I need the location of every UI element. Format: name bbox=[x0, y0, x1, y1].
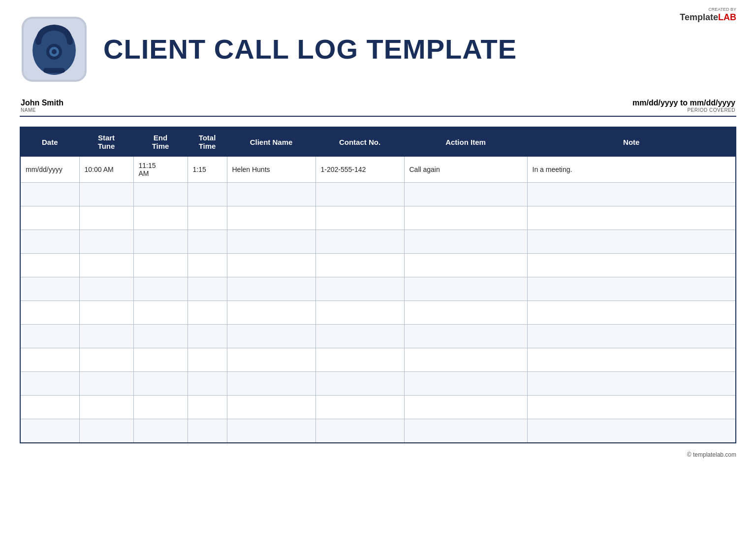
cell-contact-no bbox=[315, 277, 404, 301]
cell-total-time bbox=[188, 396, 227, 419]
phone-icon-wrap bbox=[20, 15, 89, 84]
cell-note bbox=[527, 372, 736, 396]
brand-template-text: Template bbox=[680, 12, 718, 22]
svg-rect-6 bbox=[43, 68, 65, 73]
call-log-table: Date StartTune EndTime TotalTime Client … bbox=[20, 127, 736, 443]
cell-end-time bbox=[133, 277, 188, 301]
info-row: John Smith NAME mm/dd/yyyy to mm/dd/yyyy… bbox=[20, 99, 736, 117]
cell-total-time bbox=[188, 230, 227, 254]
cell-end-time bbox=[133, 206, 188, 230]
cell-note bbox=[527, 183, 736, 206]
cell-start-tune bbox=[79, 348, 133, 372]
table-row: mm/dd/yyyy10:00 AM11:15 AM1:15Helen Hunt… bbox=[20, 157, 736, 183]
cell-end-time bbox=[133, 348, 188, 372]
cell-contact-no bbox=[315, 372, 404, 396]
cell-total-time bbox=[188, 254, 227, 277]
cell-start-tune bbox=[79, 206, 133, 230]
cell-end-time bbox=[133, 396, 188, 419]
col-client-name: Client Name bbox=[227, 127, 315, 157]
brand-area: CREATED BY TemplateLAB bbox=[680, 7, 736, 23]
cell-date bbox=[20, 230, 79, 254]
table-row bbox=[20, 396, 736, 419]
cell-total-time bbox=[188, 419, 227, 443]
table-row bbox=[20, 419, 736, 443]
cell-date bbox=[20, 396, 79, 419]
cell-total-time bbox=[188, 372, 227, 396]
cell-date bbox=[20, 419, 79, 443]
cell-contact-no bbox=[315, 206, 404, 230]
cell-start-tune bbox=[79, 254, 133, 277]
cell-end-time bbox=[133, 325, 188, 348]
brand-name: TemplateLAB bbox=[680, 12, 736, 22]
cell-total-time: 1:15 bbox=[188, 157, 227, 183]
cell-contact-no bbox=[315, 325, 404, 348]
cell-date bbox=[20, 254, 79, 277]
header-section: CLIENT CALL LOG TEMPLATE bbox=[20, 15, 736, 84]
cell-client-name bbox=[227, 230, 315, 254]
cell-note bbox=[527, 206, 736, 230]
col-contact-no: Contact No. bbox=[315, 127, 404, 157]
col-date: Date bbox=[20, 127, 79, 157]
cell-end-time: 11:15 AM bbox=[133, 157, 188, 183]
col-total-time: TotalTime bbox=[188, 127, 227, 157]
cell-contact-no: 1-202-555-142 bbox=[315, 157, 404, 183]
cell-total-time bbox=[188, 206, 227, 230]
cell-start-tune bbox=[79, 230, 133, 254]
cell-note bbox=[527, 325, 736, 348]
cell-date bbox=[20, 301, 79, 325]
cell-client-name bbox=[227, 372, 315, 396]
cell-total-time bbox=[188, 277, 227, 301]
cell-note bbox=[527, 301, 736, 325]
cell-total-time bbox=[188, 301, 227, 325]
cell-client-name bbox=[227, 301, 315, 325]
name-field: John Smith NAME bbox=[21, 99, 63, 113]
cell-note: In a meeting. bbox=[527, 157, 736, 183]
table-row bbox=[20, 301, 736, 325]
cell-start-tune bbox=[79, 277, 133, 301]
cell-start-tune bbox=[79, 396, 133, 419]
table-body: mm/dd/yyyy10:00 AM11:15 AM1:15Helen Hunt… bbox=[20, 157, 736, 443]
cell-action-item bbox=[404, 325, 527, 348]
cell-client-name bbox=[227, 348, 315, 372]
page-title: CLIENT CALL LOG TEMPLATE bbox=[103, 35, 736, 63]
cell-action-item bbox=[404, 372, 527, 396]
cell-action-item bbox=[404, 254, 527, 277]
cell-total-time bbox=[188, 183, 227, 206]
copyright-text: © templatelab.com bbox=[687, 451, 736, 458]
cell-client-name bbox=[227, 277, 315, 301]
cell-contact-no bbox=[315, 419, 404, 443]
header-row: Date StartTune EndTime TotalTime Client … bbox=[20, 127, 736, 157]
cell-end-time bbox=[133, 419, 188, 443]
cell-client-name bbox=[227, 183, 315, 206]
brand-created-label: CREATED BY bbox=[680, 7, 736, 12]
col-end-time: EndTime bbox=[133, 127, 188, 157]
cell-contact-no bbox=[315, 183, 404, 206]
cell-action-item bbox=[404, 301, 527, 325]
col-note: Note bbox=[527, 127, 736, 157]
svg-point-5 bbox=[52, 49, 57, 54]
cell-date bbox=[20, 206, 79, 230]
cell-contact-no bbox=[315, 348, 404, 372]
cell-total-time bbox=[188, 325, 227, 348]
footer: © templatelab.com bbox=[20, 451, 736, 458]
col-start-tune: StartTune bbox=[79, 127, 133, 157]
table-row bbox=[20, 372, 736, 396]
col-action-item: Action Item bbox=[404, 127, 527, 157]
cell-end-time bbox=[133, 183, 188, 206]
cell-date bbox=[20, 325, 79, 348]
period-value: mm/dd/yyyy to mm/dd/yyyy bbox=[632, 99, 735, 107]
cell-action-item bbox=[404, 348, 527, 372]
cell-start-tune bbox=[79, 372, 133, 396]
cell-contact-no bbox=[315, 230, 404, 254]
cell-end-time bbox=[133, 254, 188, 277]
cell-end-time bbox=[133, 230, 188, 254]
table-row bbox=[20, 206, 736, 230]
period-field: mm/dd/yyyy to mm/dd/yyyy PERIOD COVERED bbox=[632, 99, 735, 113]
cell-start-tune bbox=[79, 301, 133, 325]
name-value: John Smith bbox=[21, 99, 63, 107]
cell-action-item bbox=[404, 183, 527, 206]
cell-total-time bbox=[188, 348, 227, 372]
cell-note bbox=[527, 396, 736, 419]
cell-action-item bbox=[404, 230, 527, 254]
cell-note bbox=[527, 348, 736, 372]
